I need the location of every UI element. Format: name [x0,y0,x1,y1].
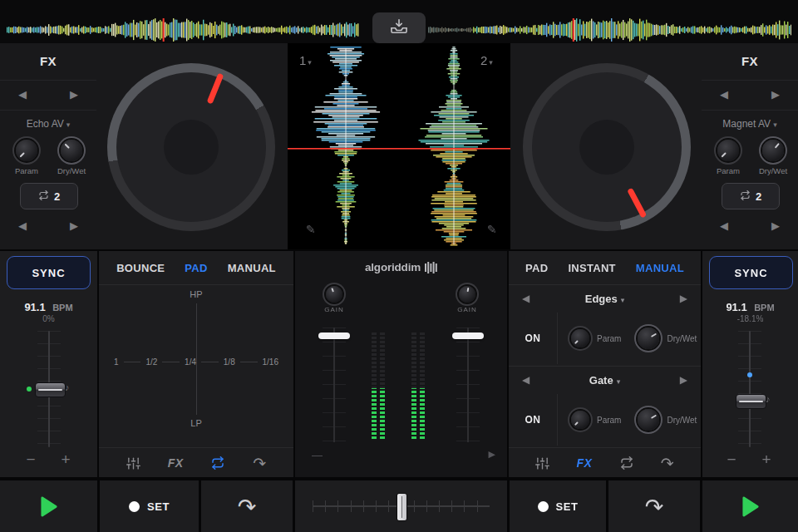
parallel-waveform-canvas[interactable] [288,43,510,249]
bpm-value-right: 91.1 [726,301,746,313]
fx-left-loop-beats-button[interactable]: 2 [20,183,78,209]
deck2-number: 2 [480,53,487,67]
fx-slot-2-next-button[interactable]: ▶ [680,374,687,386]
gain-knob-left[interactable] [326,286,342,303]
sync-indicator-dot-right [747,372,752,377]
cue-set-button-right[interactable]: SET [510,480,606,532]
fx-right-bank-next-button[interactable]: ▶ [771,219,780,232]
fx-right-prev-button[interactable]: ◀ [720,88,728,101]
fx-left-next-button[interactable]: ▶ [70,88,78,101]
mixer-sliders-icon[interactable] [535,456,549,470]
fx-right-param-knob[interactable] [717,140,739,161]
pad-right-toolbar: FX ↷ [509,447,701,478]
mixer-collapse-icon[interactable]: — [312,449,323,461]
fx-left-bank-next-button[interactable]: ▶ [70,219,78,232]
fx-right-drywet-knob[interactable] [762,140,784,161]
fx-left-preset-selector[interactable]: Echo AV▾ [0,118,96,130]
loop-tab-icon-right[interactable] [619,456,634,470]
crossfader-handle[interactable] [397,493,407,521]
play-button-left[interactable] [0,480,97,532]
tab-manual-left[interactable]: MANUAL [228,262,276,274]
fx-left-drywet-knob[interactable] [61,140,82,161]
beat-jump-icon-left[interactable]: ↷ [253,456,266,471]
deck2-overview-waveform[interactable] [428,18,791,42]
parallel-waveform-display[interactable]: 1▾ 2▾ ✎ ✎ [288,43,510,249]
fx-panel-left: FX ◀ ▶ Echo AV▾ Param Dry/Wet 2 ◀ ▶ [0,43,96,249]
curved-arrow-icon: ↷ [645,494,664,520]
sync-button-left[interactable]: SYNC [7,256,91,289]
fx-right-loop-beats-button[interactable]: 2 [722,183,780,209]
fx-slot-1-param-knob[interactable] [571,329,589,347]
fx-tab-icon-left[interactable]: FX [168,456,184,470]
tab-pad[interactable]: PAD [185,262,207,274]
channel-fader-left-handle[interactable] [318,332,350,339]
gain-knob-right[interactable] [459,286,475,303]
mixer-sliders-icon[interactable] [126,456,140,470]
fx-right-preset-name: Magnet AV [722,118,771,130]
pitch-minus-button-left[interactable]: − [18,449,43,470]
fx-slot-1-drywet-knob[interactable] [638,328,659,349]
xy-tick-1-8: 1/8 [224,357,235,367]
tab-bounce[interactable]: BOUNCE [116,262,165,274]
jog-wheel-right[interactable] [523,63,691,231]
tab-manual-right[interactable]: MANUAL [636,262,684,274]
fx-left-bank-prev-button[interactable]: ◀ [18,219,27,232]
deck2-edit-grid-icon[interactable]: ✎ [487,223,497,236]
chevron-down-icon: ▾ [308,58,312,66]
play-icon-right [741,496,759,517]
bpm-display-right: 91.1 BPM [702,299,798,314]
fx-slot-1: ◀ Edges▾ ▶ ON Param Dry/Wet [509,284,701,367]
pitch-plus-button-right[interactable]: + [754,449,779,470]
fx-slot-2-on-button[interactable]: ON [509,394,558,446]
fx-left-prev-button[interactable]: ◀ [18,88,27,101]
pitch-minus-button-right[interactable]: − [719,449,744,470]
vu-meter-left [372,331,385,441]
gain-label-left: GAIN [318,306,351,313]
fx-tab-icon-right[interactable]: FX [576,456,592,470]
fx-slot-1-name[interactable]: Edges▾ [585,293,625,305]
deck2-number-label[interactable]: 2▾ [480,53,493,67]
loop-tab-icon-left[interactable] [210,456,225,470]
loop-out-button-right[interactable]: ↷ [608,480,700,532]
xy-pad-horizontal-axis[interactable]: 1 1/2 1/4 1/8 1/16 [114,357,278,367]
fx-slot-2-name[interactable]: Gate▾ [589,374,620,387]
sync-button-right[interactable]: SYNC [709,256,793,289]
deck1-number-label[interactable]: 1▾ [299,53,312,67]
loop-out-button-left[interactable]: ↷ [201,480,293,532]
fx-right-bank-prev-button[interactable]: ◀ [720,219,728,232]
divider [0,110,96,111]
curved-arrow-icon: ↷ [238,494,257,520]
deck1-edit-grid-icon[interactable]: ✎ [306,223,316,236]
pitch-fader-left-handle[interactable] [35,382,66,397]
fx-left-preset-name: Echo AV [27,118,64,130]
jog-wheel-left[interactable] [107,63,275,231]
beat-jump-icon-right[interactable]: ↷ [661,456,674,471]
fx-right-next-button[interactable]: ▶ [771,88,780,101]
divider [0,80,96,81]
fx-slot-2-prev-button[interactable]: ◀ [522,374,530,386]
pitch-plus-button-left[interactable]: + [53,449,78,470]
channel-fader-right-handle[interactable] [452,332,484,339]
fx-slot-1-param-label: Param [597,334,621,343]
pitch-fader-right-track[interactable] [749,331,751,447]
fx-slot-2-drywet-knob[interactable] [638,409,659,431]
fx-left-param-knob[interactable] [16,140,37,161]
cue-set-label-left: SET [147,500,170,513]
chevron-down-icon: ▾ [617,377,621,386]
fx-slot-1-on-button[interactable]: ON [509,313,558,364]
channel-fader-right-track[interactable] [467,328,469,442]
deck1-overview-waveform[interactable] [7,18,359,42]
library-tray-button[interactable] [372,12,426,43]
fx-panel-left-title: FX [0,54,96,68]
fx-right-preset-selector[interactable]: Magnet AV▾ [702,118,798,130]
fx-slot-1-next-button[interactable]: ▶ [680,293,687,304]
mixer-expand-icon[interactable]: ▶ [489,449,495,460]
tab-pad-right[interactable]: PAD [525,262,548,274]
pitch-fader-right-handle[interactable] [736,394,766,409]
tab-instant[interactable]: INSTANT [568,262,615,274]
channel-fader-left-track[interactable] [333,328,335,442]
play-button-right[interactable] [702,480,798,532]
fx-slot-1-prev-button[interactable]: ◀ [522,293,530,304]
cue-set-button-left[interactable]: SET [100,480,199,532]
fx-slot-2-param-knob[interactable] [571,411,589,429]
